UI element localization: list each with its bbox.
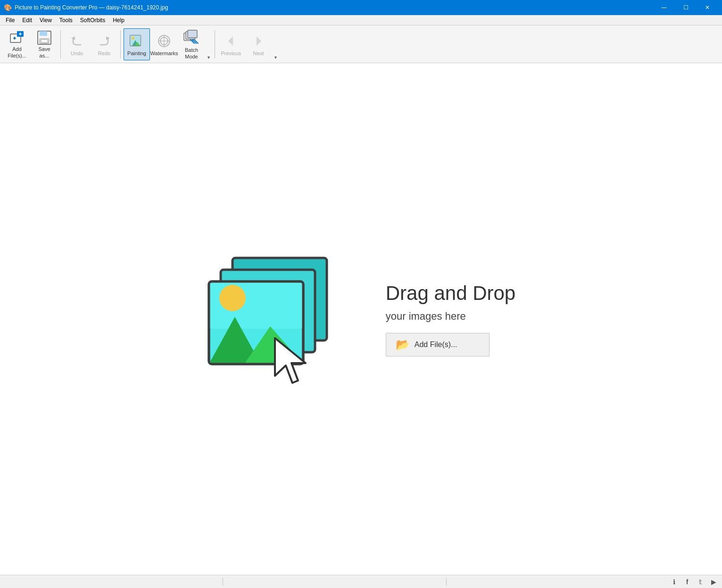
title-bar-controls: — ☐ ✕: [653, 0, 718, 15]
menu-file[interactable]: File: [2, 16, 18, 25]
save-as-label: Saveas...: [38, 46, 50, 58]
drag-drop-title: Drag and Drop: [386, 282, 515, 305]
toolbar-sep-3: [215, 30, 215, 58]
drop-zone-container: Drag and Drop your images here 📂 Add Fil…: [207, 244, 515, 395]
svg-point-16: [132, 37, 134, 40]
previous-label: Previous: [221, 50, 241, 57]
toolbar: AddFile(s)... Saveas... Undo: [0, 25, 722, 63]
watermarks-label: Watermarks: [150, 50, 178, 57]
watermarks-button[interactable]: Watermarks: [151, 28, 177, 60]
undo-label: Undo: [71, 50, 83, 57]
svg-rect-9: [41, 40, 48, 42]
app-icon: 🎨: [4, 4, 12, 11]
watermarks-icon: [156, 33, 173, 50]
save-as-button[interactable]: Saveas...: [31, 28, 58, 60]
facebook-icon[interactable]: f: [682, 577, 692, 587]
next-button[interactable]: Next: [245, 28, 272, 60]
status-divider-2: [446, 578, 447, 586]
menu-view[interactable]: View: [36, 16, 56, 25]
batch-mode-label: BatchMode: [185, 47, 198, 59]
status-divider-1: [223, 578, 223, 586]
undo-icon: [68, 33, 85, 50]
add-files-button[interactable]: AddFile(s)...: [4, 28, 30, 60]
redo-label: Redo: [98, 50, 110, 57]
save-icon: [36, 30, 53, 45]
batch-mode-icon: [183, 29, 200, 46]
svg-marker-27: [228, 36, 233, 46]
status-icons: ℹ f 𝕥 ▶: [669, 577, 718, 587]
painting-button[interactable]: Painting: [124, 28, 150, 60]
menu-bar: File Edit View Tools SoftOrbits Help: [0, 15, 722, 25]
next-expand: ▼: [273, 55, 279, 60]
svg-rect-7: [40, 31, 47, 36]
undo-button[interactable]: Undo: [64, 28, 90, 60]
previous-button[interactable]: Previous: [218, 28, 244, 60]
add-files-main-label: Add File(s)...: [415, 340, 457, 349]
menu-edit[interactable]: Edit: [18, 16, 36, 25]
menu-softorbits[interactable]: SoftOrbits: [76, 16, 109, 25]
info-icon[interactable]: ℹ: [669, 577, 679, 587]
youtube-icon[interactable]: ▶: [709, 577, 718, 587]
title-bar-left: 🎨 Picture to Painting Converter Pro — da…: [4, 4, 168, 11]
toolbar-sep-2: [120, 30, 121, 58]
window-title: Picture to Painting Converter Pro — dais…: [15, 4, 168, 11]
redo-icon: [96, 33, 113, 50]
status-bar: ℹ f 𝕥 ▶: [0, 575, 722, 588]
next-label: Next: [253, 50, 264, 57]
svg-point-35: [219, 285, 246, 311]
image-illustration: [207, 244, 357, 395]
previous-icon: [223, 33, 240, 50]
main-content[interactable]: Drag and Drop your images here 📂 Add Fil…: [0, 63, 722, 575]
batch-expand: ▼: [206, 55, 212, 60]
drop-zone-text: Drag and Drop your images here 📂 Add Fil…: [386, 282, 515, 356]
toolbar-sep-1: [60, 30, 61, 58]
drag-drop-subtitle: your images here: [386, 310, 515, 323]
svg-rect-23: [188, 30, 197, 38]
menu-help[interactable]: Help: [109, 16, 128, 25]
add-files-main-button[interactable]: 📂 Add File(s)...: [386, 333, 490, 356]
close-button[interactable]: ✕: [697, 0, 718, 15]
painting-icon: [128, 33, 145, 50]
twitter-icon[interactable]: 𝕥: [696, 577, 705, 587]
painting-label: Painting: [127, 50, 146, 57]
add-files-icon: [8, 30, 25, 45]
maximize-button[interactable]: ☐: [675, 0, 697, 15]
folder-icon: 📂: [396, 338, 410, 351]
menu-tools[interactable]: Tools: [56, 16, 76, 25]
batch-mode-button[interactable]: BatchMode: [178, 28, 205, 60]
next-icon: [250, 33, 267, 50]
add-files-label: AddFile(s)...: [8, 46, 26, 58]
title-bar: 🎨 Picture to Painting Converter Pro — da…: [0, 0, 722, 15]
redo-button[interactable]: Redo: [91, 28, 117, 60]
svg-marker-28: [257, 36, 261, 46]
minimize-button[interactable]: —: [653, 0, 675, 15]
